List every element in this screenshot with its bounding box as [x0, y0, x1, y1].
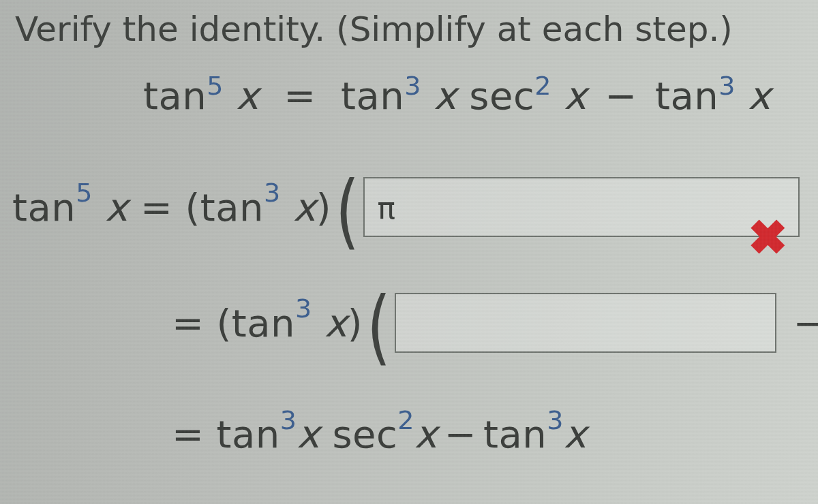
s3-t1-fn: tan	[216, 412, 279, 456]
s1-lhs-fn: tan	[12, 185, 76, 230]
s1-lhs-var: x	[105, 185, 128, 230]
step-1: tan5 x = (tan3 x)(π)	[12, 177, 818, 237]
step-3: = tan3 x sec2 x − tan3 x	[172, 412, 587, 456]
question-prompt: Verify the identity. (Simplify at each s…	[15, 10, 733, 49]
s2-fac-exp: 3	[295, 294, 312, 324]
prompt-text: Verify the identity. (Simplify at each s…	[15, 10, 733, 49]
identity-equation: tan5 x = tan3 x sec2 x − tan3 x	[143, 74, 771, 118]
s3-t2-exp: 2	[397, 405, 414, 435]
incorrect-icon: ✖	[748, 210, 788, 266]
s3-eq: =	[172, 412, 204, 456]
s1-fac-fn: tan	[200, 185, 264, 230]
step-2: = (tan3 x)(− 1)	[172, 293, 818, 353]
rhs-var1: x	[434, 74, 457, 118]
s2-eq: =	[172, 301, 204, 345]
rhs-t3-fn: tan	[655, 74, 718, 118]
s3-t3-fn: tan	[483, 412, 547, 456]
rhs-t1-fn: tan	[341, 74, 404, 118]
rhs-t3-exp: 3	[718, 71, 736, 101]
rhs-var3: x	[748, 74, 771, 118]
s3-t2-fn: sec	[332, 412, 397, 456]
s3-t1-exp: 3	[280, 405, 297, 435]
lhs-fn: tan	[143, 74, 207, 118]
s3-minus: −	[438, 412, 483, 456]
s1-fac-var: x	[293, 185, 316, 230]
rhs-t2-exp: 2	[534, 71, 551, 101]
s3-var3: x	[564, 412, 587, 456]
s1-lhs-exp: 5	[76, 178, 93, 208]
rhs-t1-exp: 3	[404, 71, 421, 101]
step2-answer-input[interactable]	[395, 293, 776, 353]
step1-answer-input[interactable]: π	[363, 177, 800, 237]
rhs-t2-fn: sec	[469, 74, 534, 118]
s3-var1: x	[297, 412, 320, 456]
equals: =	[284, 74, 316, 118]
lhs-exp: 5	[207, 71, 224, 101]
s3-var2: x	[414, 412, 438, 456]
s2-fac-var: x	[324, 301, 348, 345]
s2-fac-fn: tan	[232, 301, 295, 345]
rhs-var2: x	[564, 74, 587, 118]
s3-t3-exp: 3	[547, 405, 564, 435]
s2-trailing: − 1	[776, 301, 818, 345]
lhs-var: x	[236, 74, 259, 118]
s1-fac-exp: 3	[264, 178, 281, 208]
s1-eq: =	[140, 185, 172, 230]
minus: −	[599, 74, 642, 118]
